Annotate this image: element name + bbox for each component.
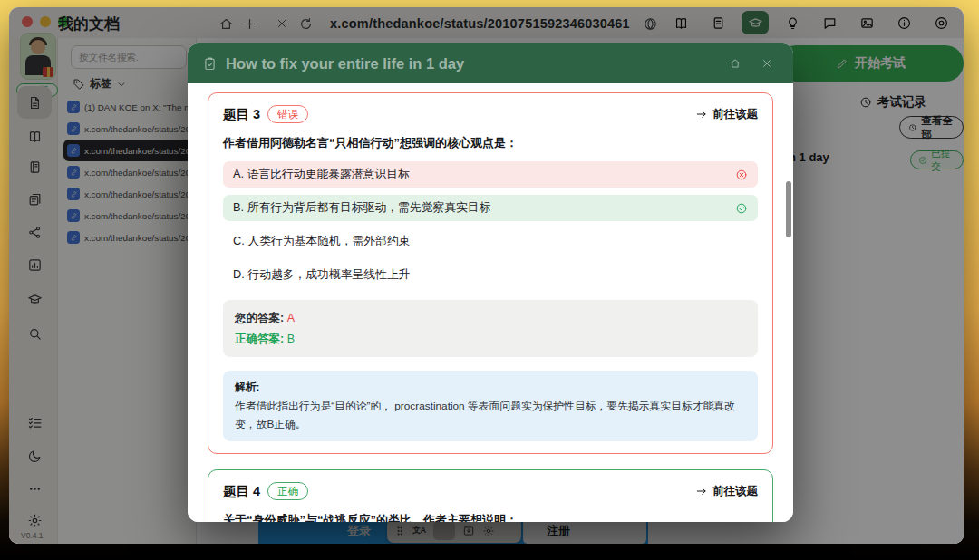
modal-scrollbar-thumb[interactable] — [786, 181, 791, 237]
question-number: 题目 4 — [223, 483, 260, 500]
question-text: 作者借用阿德勒名言“只相信行动”想强调的核心观点是： — [223, 135, 758, 151]
answer-summary: 您的答案: A 正确答案: B — [223, 300, 758, 357]
modal-header: How to fix your entire life in 1 day — [188, 43, 793, 83]
your-answer-label: 您的答案: — [235, 312, 284, 324]
modal-home-icon[interactable] — [723, 52, 747, 75]
modal-content: 题目 3 错误 前往该题 作者借用阿德勒名言“只相信行动”想强调的核心观点是： … — [188, 83, 793, 522]
option-a[interactable]: A. 语言比行动更能暴露潜意识目标 — [223, 161, 758, 188]
question-number: 题目 3 — [223, 106, 260, 123]
question-card-3: 题目 3 错误 前往该题 作者借用阿德勒名言“只相信行动”想强调的核心观点是： … — [208, 92, 773, 454]
modal-title: How to fix your entire life in 1 day — [226, 55, 715, 72]
option-b[interactable]: B. 所有行为背后都有目标驱动，需先觉察真实目标 — [223, 195, 758, 221]
your-answer-value: A — [287, 312, 295, 324]
correct-answer-value: B — [287, 333, 295, 345]
goto-question-link[interactable]: 前往该题 — [695, 484, 758, 499]
question-text: 关于“身份威胁”与“战逃反应”的类比，作者主要想说明： — [223, 512, 758, 522]
question-card-4: 题目 4 正确 前往该题 关于“身份威胁”与“战逃反应”的类比，作者主要想说明：… — [208, 469, 773, 522]
analysis-label: 解析: — [235, 379, 746, 396]
circle-x-icon — [735, 169, 748, 181]
clipboard-check-icon — [202, 56, 218, 72]
arrow-right-icon — [695, 108, 708, 121]
option-c[interactable]: C. 人类行为基本随机，需外部约束 — [223, 228, 758, 255]
arrow-right-icon — [695, 485, 708, 497]
status-badge-wrong: 错误 — [267, 105, 308, 123]
analysis-box: 解析: 作者借此指出行为是“目的论”的， procrastination 等表面… — [223, 371, 758, 441]
goto-question-link[interactable]: 前往该题 — [695, 107, 758, 122]
quiz-result-modal: How to fix your entire life in 1 day 题目 … — [188, 43, 793, 522]
circle-check-icon — [735, 202, 748, 215]
correct-answer-label: 正确答案: — [235, 333, 284, 345]
analysis-text: 作者借此指出行为是“目的论”的， procrastination 等表面问题实为… — [235, 400, 735, 430]
options-list: A. 语言比行动更能暴露潜意识目标 B. 所有行为背后都有目标驱动，需先觉察真实… — [223, 161, 758, 288]
status-badge-correct: 正确 — [267, 482, 308, 500]
option-d[interactable]: D. 行动越多，成功概率呈线性上升 — [223, 262, 758, 288]
desktop-wallpaper: 我的文档 x.com/thedankoe/status/201075159234… — [0, 0, 979, 560]
modal-close-icon[interactable] — [755, 52, 779, 75]
